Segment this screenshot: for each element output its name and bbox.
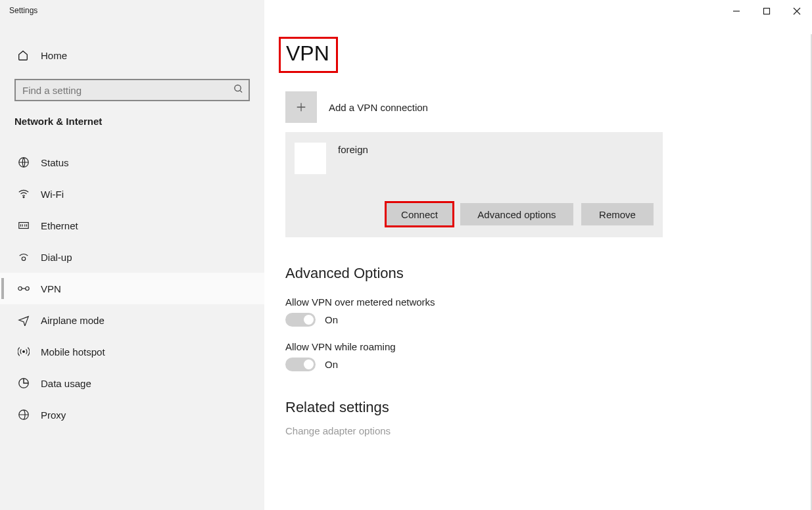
metered-label: Allow VPN over metered networks <box>285 296 812 308</box>
advanced-options-button[interactable]: Advanced options <box>460 203 573 225</box>
svg-point-0 <box>235 85 241 91</box>
add-vpn-row[interactable]: Add a VPN connection <box>285 91 812 123</box>
ethernet-icon <box>16 220 32 231</box>
sidebar-item-proxy[interactable]: Proxy <box>0 399 264 430</box>
sidebar-item-label: Proxy <box>41 409 66 421</box>
window-title: Settings <box>0 6 37 15</box>
sidebar-item-hotspot[interactable]: Mobile hotspot <box>0 336 264 367</box>
vpn-connection-name: foreign <box>338 143 368 155</box>
hotspot-icon <box>16 346 32 358</box>
dialup-icon <box>16 251 32 263</box>
add-vpn-label: Add a VPN connection <box>329 102 428 113</box>
change-adapter-link[interactable]: Change adapter options <box>285 425 391 436</box>
page-title-highlight: VPN <box>279 37 338 73</box>
sidebar-item-ethernet[interactable]: Ethernet <box>0 210 264 241</box>
roaming-label: Allow VPN while roaming <box>285 341 812 352</box>
svg-point-4 <box>22 257 25 260</box>
airplane-icon <box>16 314 32 326</box>
plus-icon <box>285 91 317 123</box>
roaming-state: On <box>325 359 338 370</box>
sidebar-item-airplane[interactable]: Airplane mode <box>0 304 264 336</box>
search-input[interactable] <box>14 79 250 101</box>
sidebar-item-label: Data usage <box>41 378 91 389</box>
search-box[interactable] <box>14 79 250 101</box>
sidebar-item-status[interactable]: Status <box>0 147 264 178</box>
proxy-icon <box>16 409 32 421</box>
vpn-icon <box>16 284 32 293</box>
svg-rect-10 <box>764 9 770 14</box>
globe-icon <box>16 156 32 168</box>
sidebar-item-data-usage[interactable]: Data usage <box>0 367 264 399</box>
sidebar-item-label: VPN <box>41 283 61 294</box>
sidebar-item-label: Mobile hotspot <box>41 346 105 358</box>
remove-button[interactable]: Remove <box>581 203 654 225</box>
sidebar-item-label: Airplane mode <box>41 315 105 326</box>
sidebar-item-label: Ethernet <box>41 220 78 231</box>
vpn-connection-icon <box>295 143 326 174</box>
sidebar-item-vpn[interactable]: VPN <box>0 273 264 304</box>
roaming-toggle[interactable] <box>285 358 316 371</box>
svg-point-6 <box>26 287 29 290</box>
page-title: VPN <box>286 41 329 66</box>
advanced-options-header: Advanced Options <box>285 265 812 282</box>
metered-toggle[interactable] <box>285 313 316 327</box>
close-button[interactable] <box>782 1 812 21</box>
maximize-button[interactable] <box>752 1 782 21</box>
sidebar-item-label: Status <box>41 157 69 168</box>
sidebar-item-wifi[interactable]: Wi-Fi <box>0 178 264 210</box>
minimize-button[interactable] <box>721 1 752 21</box>
connect-button[interactable]: Connect <box>387 203 452 225</box>
svg-point-5 <box>18 287 22 290</box>
vpn-connection-card[interactable]: foreign Connect Advanced options Remove <box>285 132 663 237</box>
sidebar: Settings Home Network & Internet <box>0 0 264 510</box>
wifi-icon <box>16 188 32 200</box>
home-label: Home <box>41 50 67 61</box>
svg-point-7 <box>23 351 25 353</box>
main-content: VPN Add a VPN connection foreign Connect… <box>264 0 812 510</box>
data-usage-icon <box>16 377 32 389</box>
sidebar-item-label: Dial-up <box>41 252 72 263</box>
search-icon <box>233 84 243 97</box>
metered-state: On <box>325 314 338 325</box>
svg-point-2 <box>23 197 24 198</box>
home-icon <box>16 49 30 61</box>
sidebar-item-home[interactable]: Home <box>0 41 264 70</box>
sidebar-item-label: Wi-Fi <box>41 189 64 200</box>
sidebar-item-dialup[interactable]: Dial-up <box>0 241 264 273</box>
sidebar-group-header: Network & Internet <box>0 101 264 133</box>
related-settings-header: Related settings <box>285 399 812 416</box>
